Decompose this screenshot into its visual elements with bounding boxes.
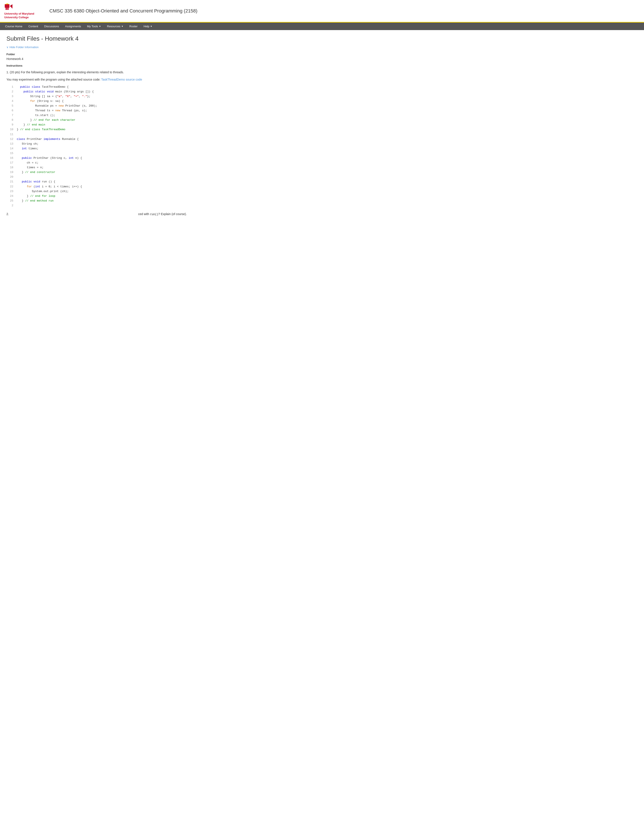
folder-label: Folder	[6, 53, 187, 56]
code-line-5: 5 Runnable ps = new PrintChar (s, 200);	[6, 103, 187, 108]
svg-marker-2	[7, 3, 9, 4]
svg-marker-5	[10, 4, 12, 9]
code-line-3: 3 String [] sa = {"a", "X", "+", "."};	[6, 94, 187, 99]
inline-code-run: run()	[150, 213, 158, 216]
svg-rect-4	[7, 8, 9, 10]
code-line-8: 8 } // end for each character	[6, 118, 187, 123]
code-line-11: 11	[6, 132, 187, 137]
source-code-link[interactable]: TaskThreadDemo source code	[101, 78, 142, 81]
logo-area: University of MarylandUniversity College	[4, 3, 43, 19]
chevron-down-icon: ∨	[6, 46, 9, 49]
code-line-25: 25 } // end method run	[6, 198, 187, 203]
bottom-note: 2. ced with run()? Explain (of course).	[6, 212, 187, 216]
university-name: University of MarylandUniversity College	[4, 12, 34, 19]
nav-roster[interactable]: Roster	[126, 23, 141, 30]
main-content: Submit Files - Homework 4 ∨ Hide Folder …	[0, 30, 193, 221]
nav-content[interactable]: Content	[25, 23, 41, 30]
svg-rect-0	[5, 4, 9, 8]
nav-assignments[interactable]: Assignments	[62, 23, 84, 30]
code-line-7: 7 ts.start ();	[6, 113, 187, 118]
help-arrow-icon: ▼	[150, 25, 152, 28]
nav-help[interactable]: Help ▼	[141, 23, 155, 30]
instruction-1: 1. (20 pts) For the following program, e…	[6, 70, 187, 75]
code-line-14: 14 int times;	[6, 146, 187, 151]
code-line-24: 24 } // end for loop	[6, 194, 187, 198]
code-line-6: 6 Thread ts = new Thread (ps, s);	[6, 108, 187, 113]
code-line-4: 4 for (String s: sa) {	[6, 99, 187, 103]
nav-mytools[interactable]: My Tools ▼	[84, 23, 104, 30]
code-line-2: 2 public static void main (String args […	[6, 89, 187, 94]
nav-resources[interactable]: Resources ▼	[104, 23, 126, 30]
code-line-21: 21 public void run () {	[6, 180, 187, 184]
code-block: 1 public class TaskThreadDemo { 2 public…	[6, 85, 187, 208]
instructions-label: Instructions	[6, 64, 187, 67]
header: University of MarylandUniversity College…	[0, 0, 644, 23]
folder-value: Homework 4	[6, 57, 187, 61]
code-line-9: 9 } // end main	[6, 123, 187, 127]
source-code-text: You may experiment with the program usin…	[6, 77, 187, 82]
code-line-20: 20	[6, 175, 187, 180]
code-line-16: 16 public PrintChar (String c, int n) {	[6, 156, 187, 160]
svg-rect-3	[6, 8, 7, 10]
nav-bar: Course Home Content Discussions Assignme…	[0, 23, 644, 30]
code-line-15: 15	[6, 151, 187, 156]
nav-discussions[interactable]: Discussions	[41, 23, 62, 30]
code-line-18: 18 times = n;	[6, 165, 187, 170]
code-line-1: 1 public class TaskThreadDemo {	[6, 85, 187, 89]
code-line-12: 12 class PrintChar implements Runnable {	[6, 137, 187, 141]
code-line-23: 23 System.out.print (ch);	[6, 189, 187, 194]
bottom-note-left: 2.	[6, 212, 9, 216]
page-title: Submit Files - Homework 4	[6, 35, 187, 42]
code-line-17: 17 ch = c;	[6, 160, 187, 165]
resources-arrow-icon: ▼	[121, 25, 123, 28]
hide-folder-link[interactable]: ∨ Hide Folder Information	[6, 46, 187, 49]
code-line-10: 10 } // end class TaskThreadDemo	[6, 127, 187, 132]
mytools-arrow-icon: ▼	[99, 25, 101, 28]
code-line-22: 22 for (int i = 0; i < times; i++) {	[6, 184, 187, 189]
bottom-note-right: ced with run()? Explain (of course).	[138, 212, 187, 216]
code-line-19: 19 } // end constructor	[6, 170, 187, 175]
university-logo-icon	[4, 3, 15, 11]
nav-course-home[interactable]: Course Home	[2, 23, 25, 30]
code-line-13: 13 String ch;	[6, 141, 187, 146]
code-line-26: 2	[6, 203, 187, 208]
course-title: CMSC 335 6380 Object-Oriented and Concur…	[49, 8, 198, 14]
